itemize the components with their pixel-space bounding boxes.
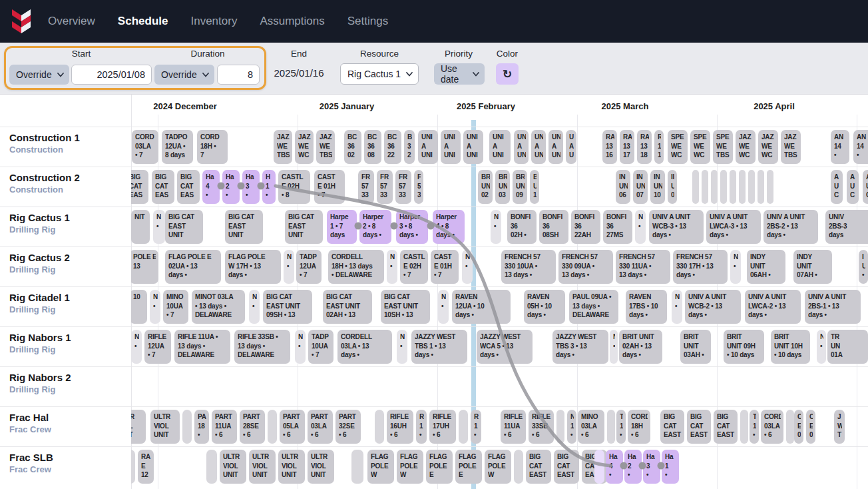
task-bar[interactable] [182,410,192,444]
task-bar[interactable]: RIFLE17UH• 6 [429,410,456,444]
priority-select[interactable]: Use date [434,63,485,85]
task-bar[interactable]: BIGCATEAS [131,170,148,204]
task-bar[interactable]: Ha1• [662,450,679,484]
nav-item-assumptions[interactable]: Assumptions [260,15,324,28]
task-bar[interactable]: FRENCH 57330 10UA •13 days • [501,250,556,284]
task-bar[interactable]: RAVEN17BS • 10days • [626,290,667,324]
task-bar[interactable]: N• [817,330,826,364]
task-bar[interactable]: BONFI3608SH [539,210,568,244]
task-bar[interactable]: N• [672,290,682,324]
task-bar[interactable]: FR5733 [377,170,393,204]
task-bar[interactable]: CORD18H• 6 [628,410,650,444]
task-bar[interactable] [767,170,773,204]
task-bar[interactable]: RIFLE11UA• 6 [501,410,526,444]
task-bar[interactable]: BC3608 [364,130,381,164]
task-bar[interactable]: BRITUNIT 10H• 10 days [771,330,810,364]
task-bar[interactable] [702,170,708,204]
task-bar[interactable]: AN14• [831,130,849,164]
task-bar[interactable]: RAVEN05H • 10days • [524,290,565,324]
nav-item-overview[interactable]: Overview [48,15,95,28]
task-bar[interactable]: IIU0 [668,170,677,204]
task-bar[interactable]: BIG CATEAST UNIT10SH • 13 [381,290,430,324]
task-bar[interactable]: N• [610,330,618,364]
task-bar[interactable]: N• [150,290,160,324]
task-bar[interactable]: BONFI3622AH [571,210,600,244]
task-bar[interactable]: N• [387,250,397,284]
task-bar[interactable]: SPEWETBS [713,130,733,164]
task-bar[interactable]: UNIAUNI [489,130,511,164]
task-bar[interactable]: Ha2• [222,170,240,204]
task-bar[interactable]: H1• [262,170,276,204]
task-bar[interactable]: CORD18H •7 [197,130,228,164]
task-bar[interactable]: T1• [616,410,626,444]
task-bar[interactable]: ULTRVIOLUNIT [220,450,246,484]
task-bar[interactable]: JAZZY WESTTBS 3 • 13days • [552,330,608,364]
task-bar[interactable]: PART11UA• 6 [212,410,237,444]
task-bar[interactable]: FRENCH 57330 17H • 13days • [673,250,728,284]
task-bar[interactable]: BRUN09 [513,170,527,204]
task-bar[interactable] [351,450,363,484]
task-bar[interactable]: Ha3• [643,450,660,484]
task-bar[interactable]: INUN07 [633,170,648,204]
task-bar[interactable]: PART32SE• 6 [335,410,361,444]
task-bar[interactable]: Harper4 • 8days • [433,210,465,244]
task-bar[interactable]: BIGCATEAST [687,410,711,444]
task-bar[interactable]: FLAGPOLEW [367,450,394,484]
task-bar[interactable]: CORD03LA• 7 [132,130,158,164]
task-bar[interactable]: 10 [131,290,147,324]
task-bar[interactable] [556,410,564,444]
task-bar[interactable]: CORD03LA• 6 [761,410,783,444]
task-bar[interactable] [459,410,468,444]
task-bar[interactable]: RIFLE33SB• 6 [529,410,554,444]
task-bar[interactable]: UNIV A UNIT2BS-1 • 13days • [805,290,861,324]
task-bar[interactable]: RA1318 [637,130,652,164]
task-bar[interactable]: BIG CATEAST UNIT02AH • 13 [323,290,372,324]
task-bar[interactable]: T1• [750,410,759,444]
start-date-input[interactable] [78,69,145,80]
task-bar[interactable] [268,410,277,444]
task-bar[interactable]: N• [730,250,741,284]
task-bar[interactable]: UNAUN [514,130,529,164]
task-bar[interactable] [740,410,748,444]
task-bar[interactable]: NIT [131,210,150,244]
task-bar[interactable] [131,450,135,484]
task-bar[interactable]: BRUN02 [478,170,493,204]
task-bar[interactable]: PART28SE• 6 [240,410,265,444]
task-bar[interactable]: CE0 [806,410,815,444]
task-bar[interactable]: ULTRVIOLUNIT [308,450,334,484]
task-bar[interactable] [206,450,217,484]
task-bar[interactable] [758,170,764,204]
task-bar[interactable]: R11 [654,130,664,164]
task-bar[interactable]: CASTLE 02H• 8 [278,170,310,204]
task-bar[interactable]: N• [491,210,501,244]
task-bar[interactable]: Harpe1 • 7days [327,210,357,244]
task-bar[interactable] [692,170,699,204]
task-bar[interactable]: N• [438,290,449,324]
task-bar[interactable]: Harper2 • 8days • [359,210,391,244]
task-bar[interactable]: FR5733 [358,170,374,204]
start-mode-select[interactable]: Override [9,65,69,85]
task-bar[interactable]: RIFLE16UH• 6 [387,410,413,444]
task-bar[interactable]: UNIV A UNITWCB-2 • 13days • [685,290,741,324]
task-bar[interactable]: MINO10UA• 7 [163,290,188,324]
task-bar[interactable]: BIGCATEAST [660,410,684,444]
task-bar[interactable]: POLE E13 [131,250,158,284]
task-bar[interactable]: JAZWEWC [758,130,778,164]
task-bar[interactable]: UNAUN [531,130,546,164]
task-bar[interactable]: UNIV A UNITWCB-3 • 13days • [649,210,704,244]
duration-mode-select[interactable]: Override [154,65,214,85]
color-shuffle-button[interactable]: ↻ [496,63,519,85]
nav-item-inventory[interactable]: Inventory [190,15,237,28]
task-bar[interactable]: CASTE 01H• 7 [431,250,459,284]
task-bar[interactable]: FLAGPOLEE [455,450,482,484]
task-bar[interactable]: BONFI3627MS [603,210,632,244]
task-bar[interactable]: BRITUNIT 09H• 10 days [724,330,764,364]
task-bar[interactable]: R1• [471,410,481,444]
task-bar[interactable]: JAZWETBS [274,130,292,164]
task-bar[interactable]: RAVEN12UA • 10days • [452,290,511,324]
task-bar[interactable]: FR5733 [395,170,411,204]
task-bar[interactable]: JAZZY WESTWCA 5 • 13days • [477,330,533,364]
task-bar[interactable]: RA1317 [620,130,634,164]
task-bar[interactable]: JAZWETBS [781,130,801,164]
task-bar[interactable]: FLAGPOLEE [426,450,453,484]
